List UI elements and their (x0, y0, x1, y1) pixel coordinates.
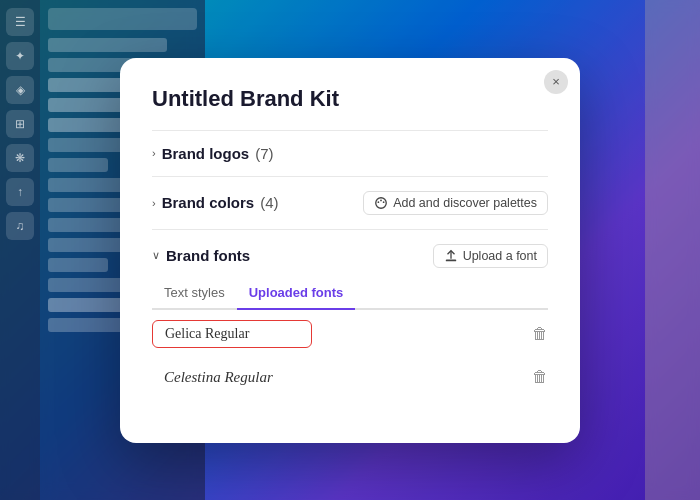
font-tabs: Text styles Uploaded fonts (152, 280, 548, 310)
brand-kit-modal: × Untitled Brand Kit › Brand logos (7) ›… (120, 58, 580, 443)
colors-title: Brand colors (162, 194, 255, 211)
logos-title: Brand logos (162, 145, 250, 162)
font-row-2: Celestina Regular 🗑 (152, 358, 548, 397)
brand-logos-header: › Brand logos (7) (152, 145, 548, 162)
svg-point-1 (378, 201, 380, 203)
svg-point-2 (380, 199, 382, 201)
add-palettes-button[interactable]: Add and discover palettes (363, 191, 548, 215)
font-name-gelica[interactable]: Gelica Regular (152, 320, 312, 348)
colors-chevron: › (152, 197, 156, 209)
upload-font-label: Upload a font (463, 249, 537, 263)
delete-font-1-button[interactable]: 🗑 (532, 325, 548, 343)
svg-rect-5 (445, 259, 456, 261)
modal-close-button[interactable]: × (544, 70, 568, 94)
svg-point-3 (383, 201, 385, 203)
add-palettes-label: Add and discover palettes (393, 196, 537, 210)
modal-title: Untitled Brand Kit (152, 86, 548, 112)
colors-count: (4) (260, 194, 278, 211)
font-row-1: Gelica Regular 🗑 (152, 314, 548, 354)
brand-fonts-toggle[interactable]: ∨ Brand fonts (152, 247, 250, 264)
brand-colors-section: › Brand colors (4) Add and discover pale… (152, 176, 548, 229)
fonts-title: Brand fonts (166, 247, 250, 264)
upload-font-button[interactable]: Upload a font (433, 244, 548, 268)
svg-point-0 (376, 197, 387, 208)
brand-colors-header: › Brand colors (4) Add and discover pale… (152, 191, 548, 215)
brand-logos-toggle[interactable]: › Brand logos (7) (152, 145, 274, 162)
brand-logos-section: › Brand logos (7) (152, 130, 548, 176)
brand-colors-toggle[interactable]: › Brand colors (4) (152, 194, 279, 211)
font-name-celestina[interactable]: Celestina Regular (152, 364, 285, 391)
palette-icon (374, 196, 388, 210)
tab-uploaded-fonts[interactable]: Uploaded fonts (237, 280, 356, 310)
brand-fonts-section: ∨ Brand fonts Upload a font Text styles … (152, 229, 548, 411)
logos-chevron: › (152, 147, 156, 159)
brand-fonts-header: ∨ Brand fonts Upload a font (152, 244, 548, 268)
logos-count: (7) (255, 145, 273, 162)
upload-icon (444, 249, 458, 263)
fonts-chevron: ∨ (152, 249, 160, 262)
tab-text-styles[interactable]: Text styles (152, 280, 237, 310)
modal-overlay: × Untitled Brand Kit › Brand logos (7) ›… (0, 0, 700, 500)
delete-font-2-button[interactable]: 🗑 (532, 368, 548, 386)
